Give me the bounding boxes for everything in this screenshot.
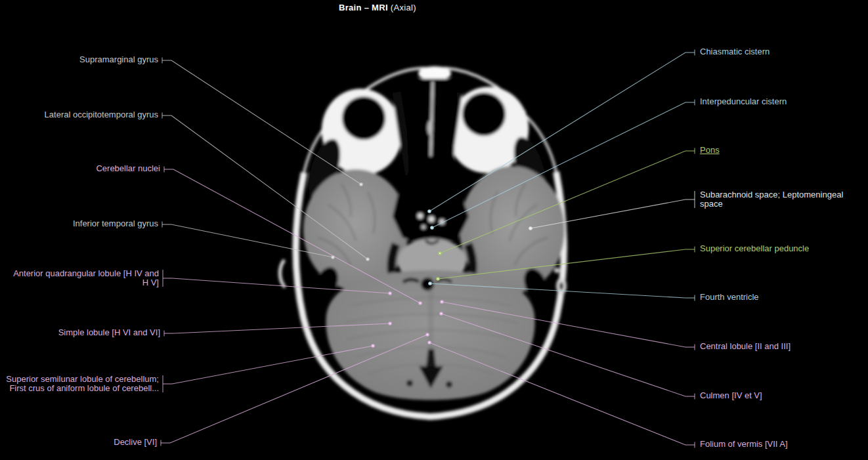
- anatomy-label-line: Folium of vermis [VII A]: [700, 440, 788, 450]
- mri-axial-viewer: Supramarginal gyrusLateral occipitotempo…: [0, 0, 868, 460]
- anatomy-label-line: Inferior temporal gyrus: [73, 219, 158, 229]
- anatomy-label-interpeduncular-cistern[interactable]: Interpeduncular cistern: [700, 97, 787, 107]
- anatomy-label-pons[interactable]: Pons: [700, 146, 720, 156]
- anatomy-label-line: Culmen [IV et V]: [700, 391, 762, 401]
- title-plane: (Axial): [391, 3, 416, 12]
- anatomy-label-folium-of-vermis[interactable]: Folium of vermis [VII A]: [700, 440, 788, 450]
- anatomy-label-supramarginal-gyrus[interactable]: Supramarginal gyrus: [79, 55, 158, 65]
- anatomy-label-line: Pons: [700, 146, 720, 156]
- anatomy-label-line: Cerebellar nuclei: [96, 164, 160, 174]
- anatomy-label-anterior-quadrangular-lobule[interactable]: Anterior quadrangular lobule [H IV andH …: [13, 269, 159, 288]
- title-exam: Brain – MRI: [339, 3, 388, 12]
- anatomy-label-line: Central lobule [II and III]: [700, 342, 791, 352]
- anatomy-label-line: space: [700, 199, 843, 209]
- anatomy-label-cerebellar-nuclei[interactable]: Cerebellar nuclei: [96, 164, 160, 174]
- anatomy-label-line: Simple lobule [H VI and VI]: [58, 328, 160, 338]
- anatomy-label-line: Anterior quadrangular lobule [H IV and: [13, 269, 159, 279]
- anatomy-label-superior-cerebellar-peduncle[interactable]: Superior cerebellar peduncle: [700, 244, 809, 254]
- anatomy-label-line: Superior semilunar lobule of cerebellum;: [6, 375, 159, 385]
- anatomy-label-line: Superior cerebellar peduncle: [700, 244, 809, 254]
- anatomy-label-line: Fourth ventricle: [700, 293, 759, 303]
- page-title: Brain – MRI(Axial): [339, 3, 416, 12]
- anatomy-label-chiasmatic-cistern[interactable]: Chiasmatic cistern: [700, 47, 770, 57]
- anatomy-label-fourth-ventricle[interactable]: Fourth ventricle: [700, 293, 759, 303]
- anatomy-label-declive[interactable]: Declive [VI]: [114, 438, 157, 448]
- anatomy-label-subarachnoid-space[interactable]: Subarachnoid space; Leptomeningealspace: [700, 190, 843, 209]
- anatomy-label-line: H V]: [13, 278, 159, 288]
- anatomy-label-culmen[interactable]: Culmen [IV et V]: [700, 391, 762, 401]
- anatomy-label-central-lobule[interactable]: Central lobule [II and III]: [700, 342, 791, 352]
- anatomy-label-line: Interpeduncular cistern: [700, 97, 787, 107]
- anatomy-label-superior-semilunar-lobule[interactable]: Superior semilunar lobule of cerebellum;…: [6, 375, 159, 394]
- anatomy-label-line: Chiasmatic cistern: [700, 47, 770, 57]
- anatomy-label-line: Declive [VI]: [114, 438, 157, 448]
- anatomy-label-line: Subarachnoid space; Leptomeningeal: [700, 190, 843, 200]
- anatomy-label-simple-lobule[interactable]: Simple lobule [H VI and VI]: [58, 328, 160, 338]
- anatomy-label-line: First crus of aniform lobule of cerebell…: [6, 384, 159, 394]
- anatomy-label-lateral-occipitotemporal-gyrus[interactable]: Lateral occipitotemporal gyrus: [45, 110, 158, 120]
- anatomy-label-line: Lateral occipitotemporal gyrus: [45, 110, 158, 120]
- anatomy-label-inferior-temporal-gyrus[interactable]: Inferior temporal gyrus: [73, 219, 158, 229]
- anatomy-label-line: Supramarginal gyrus: [79, 55, 158, 65]
